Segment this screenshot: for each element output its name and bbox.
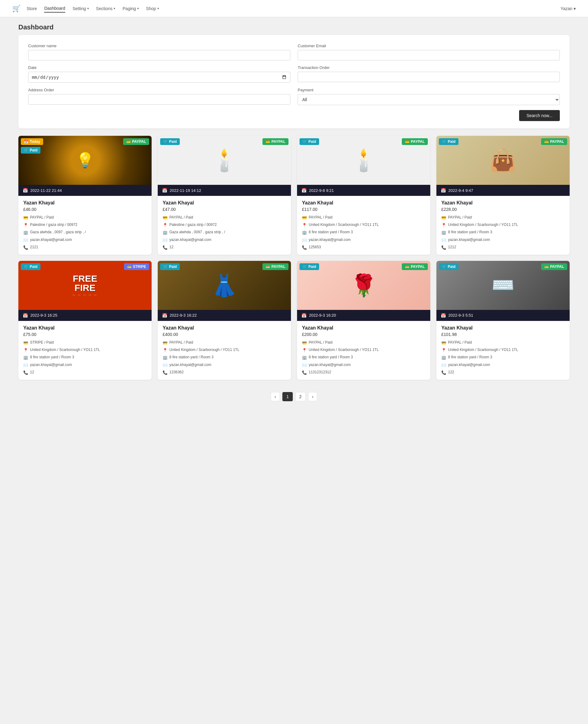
address-info: 🏢 8 fire station yard / Room 3 xyxy=(302,229,425,236)
chevron-down-icon: ▾ xyxy=(158,7,159,10)
payment-text: PAYPAL / Paid xyxy=(169,215,193,220)
email-info: ✉️ yazan.khayal@gmail.com xyxy=(23,237,147,243)
extra-badge: 🛒 Paid xyxy=(21,147,40,154)
email-icon: ✉️ xyxy=(23,238,28,243)
customer-name: Yazan Khayal xyxy=(23,325,147,331)
order-card[interactable]: FREE FIRE — — — — — 🛒 Paid 💳 STRIPE 📅 20… xyxy=(18,261,152,380)
address-text: 8 fire station yard / Room 3 xyxy=(309,229,353,235)
customer-name: Yazan Khayal xyxy=(163,200,286,206)
chevron-down-icon: ▾ xyxy=(137,7,139,10)
next-page-button[interactable]: › xyxy=(308,392,318,401)
order-card[interactable]: 🕯️ 🛒 Paid 💳 PAYPAL 📅 2022-11-19 14:12 Ya… xyxy=(158,136,291,255)
order-card[interactable]: 🌹 🛒 Paid 💳 PAYPAL 📅 2022-9-3 16:20 Yazan… xyxy=(297,261,430,380)
email-text: yazan.khayal@gmail.com xyxy=(448,237,490,242)
phone-text: 122 xyxy=(448,370,454,375)
credit-card-icon: 💳 xyxy=(23,215,28,221)
location-icon: 📍 xyxy=(163,223,168,228)
search-button[interactable]: Search now... xyxy=(519,110,560,121)
chevron-down-icon: ▾ xyxy=(87,7,89,10)
nav-dashboard[interactable]: Dashboard xyxy=(44,5,65,13)
phone-text: 2121 xyxy=(30,245,38,250)
location-text: United Kingdom / Scarborough / YO11 1TL xyxy=(30,347,100,353)
payment-select[interactable]: All PAYPAL STRIPE xyxy=(298,94,560,105)
email-text: yazan.khayal@gmail.com xyxy=(30,362,72,367)
order-card[interactable]: 💡 📅 Today 💳 PAYPAL 🛒 Paid 📅 2022-11-22 2… xyxy=(18,136,152,255)
prev-page-button[interactable]: ‹ xyxy=(271,392,280,401)
address-text: 8 fire station yard / Room 3 xyxy=(169,355,213,360)
customer-email-group: Customer Email xyxy=(298,43,560,60)
payment-info: 💳 PAYPAL / Paid xyxy=(441,340,565,346)
order-card[interactable]: ⌨️ 🛒 Paid 💳 PAYPAL 📅 2022-9-3 5:51 Yazan… xyxy=(436,261,570,380)
card-body: Yazan Khayal £101.98 💳 PAYPAL / Paid 📍 U… xyxy=(436,321,570,380)
customer-email-label: Customer Email xyxy=(298,43,560,48)
date-bar: 📅 2022-9-8 9:21 xyxy=(297,185,430,196)
card-body: Yazan Khayal £117.00 💳 PAYPAL / Paid 📍 U… xyxy=(297,196,430,255)
address-text: Gaza alwhda , 0097 , gaza strip , / xyxy=(30,229,86,235)
search-form: Customer name Customer Email Date Transa… xyxy=(18,35,570,128)
nav-setting[interactable]: Setting ▾ xyxy=(72,6,89,11)
location-info: 📍 Palestine / gaza strip / 00972 xyxy=(163,222,286,228)
address-info: 🏢 Gaza alwhda , 0097 , gaza strip , / xyxy=(163,229,286,236)
building-icon: 🏢 xyxy=(163,230,168,236)
email-icon: ✉️ xyxy=(441,238,446,243)
address-text: 8 fire station yard / Room 3 xyxy=(448,229,492,235)
date-bar: 📅 2022-11-22 21:44 xyxy=(18,185,152,196)
date-input[interactable] xyxy=(28,72,290,83)
page-1-button[interactable]: 1 xyxy=(282,392,293,401)
credit-card-icon: 💳 xyxy=(302,215,307,221)
email-icon: ✉️ xyxy=(163,363,168,368)
nav-paging[interactable]: Paging ▾ xyxy=(123,6,139,11)
building-icon: 🏢 xyxy=(23,230,28,236)
payment-icon: 💳 xyxy=(405,139,410,144)
email-text: yazan.khayal@gmail.com xyxy=(169,362,211,367)
address-label: Address Order xyxy=(28,88,290,92)
badge-row: 🛒 Paid 💳 PAYPAL xyxy=(158,263,291,270)
order-price: £117.00 xyxy=(302,207,425,212)
order-date: 2022-9-3 16:25 xyxy=(30,313,57,318)
phone-info: 📞 12 xyxy=(23,370,147,376)
calendar-icon: 📅 xyxy=(301,188,307,193)
building-icon: 🏢 xyxy=(163,355,168,360)
payment-text: PAYPAL / Paid xyxy=(30,215,54,220)
nav-store[interactable]: Store xyxy=(27,5,37,12)
phone-text: 11312312312 xyxy=(309,370,331,375)
card-info-list: 💳 PAYPAL / Paid 📍 United Kingdom / Scarb… xyxy=(163,340,286,376)
payment-text: PAYPAL / Paid xyxy=(309,340,333,345)
location-text: United Kingdom / Scarborough / YO11 1TL xyxy=(169,347,239,353)
customer-name-input[interactable] xyxy=(28,50,290,60)
navbar: 🛒 Store Dashboard Setting ▾ Sections ▾ P… xyxy=(0,0,588,17)
payment-icon: 💳 xyxy=(126,139,131,144)
page-2-button[interactable]: 2 xyxy=(295,392,306,401)
badge-right: 💳 PAYPAL xyxy=(262,138,289,145)
location-info: 📍 United Kingdom / Scarborough / YO11 1T… xyxy=(23,347,147,353)
email-text: yazan.khayal@gmail.com xyxy=(30,237,72,242)
customer-name-group: Customer name xyxy=(28,43,290,60)
calendar-icon: 📅 xyxy=(23,313,28,318)
badge-right: 💳 PAYPAL xyxy=(541,263,567,270)
nav-shop[interactable]: Shop ▾ xyxy=(146,6,159,11)
order-date: 2022-9-3 16:20 xyxy=(309,313,336,318)
transaction-input[interactable] xyxy=(298,72,560,82)
customer-email-input[interactable] xyxy=(298,50,560,60)
user-menu[interactable]: Yazan ▾ xyxy=(561,6,576,11)
date-bar: 📅 2022-9-4 9:47 xyxy=(436,185,570,196)
order-card[interactable]: 👜 🛒 Paid 💳 PAYPAL 📅 2022-9-4 9:47 Yazan … xyxy=(436,136,570,255)
badge-left: 🛒 Paid xyxy=(299,138,319,145)
email-info: ✉️ yazan.khayal@gmail.com xyxy=(302,237,425,243)
date-bar: 📅 2022-11-19 14:12 xyxy=(158,185,291,196)
date-label: Date xyxy=(28,65,290,70)
phone-info: 📞 122 xyxy=(441,370,565,376)
nav-sections[interactable]: Sections ▾ xyxy=(96,6,115,11)
address-input[interactable] xyxy=(28,94,290,104)
cart-icon: 🛒 xyxy=(12,5,21,13)
phone-info: 📞 1236362 xyxy=(163,370,286,376)
badge-left: 🛒 Paid xyxy=(160,138,180,145)
order-card[interactable]: 👗 🛒 Paid 💳 PAYPAL 📅 2022-9-3 16:22 Yazan… xyxy=(158,261,291,380)
order-card[interactable]: 🕯️ 🛒 Paid 💳 PAYPAL 📅 2022-9-8 9:21 Yazan… xyxy=(297,136,430,255)
location-icon: 📍 xyxy=(302,347,307,353)
card-body: Yazan Khayal £46.00 💳 PAYPAL / Paid 📍 Pa… xyxy=(18,196,152,255)
order-price: £75.00 xyxy=(23,332,147,337)
cart-icon: 🛒 xyxy=(24,148,28,152)
building-icon: 🏢 xyxy=(302,355,307,360)
card-body: Yazan Khayal £75.00 💳 STRIPE / Paid 📍 Un… xyxy=(18,321,152,380)
